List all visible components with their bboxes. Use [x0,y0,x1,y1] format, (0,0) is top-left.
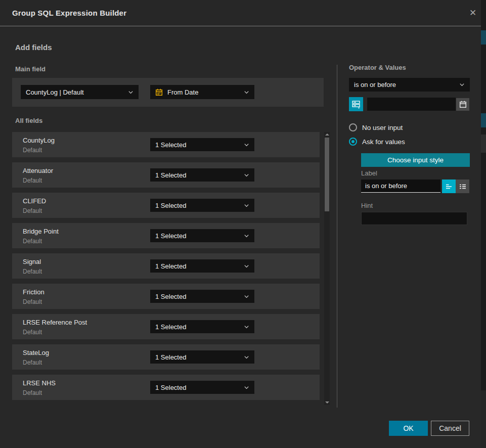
single-line-style-icon [445,183,453,191]
field-name: StateLog [23,349,49,356]
ok-button[interactable]: OK [389,421,428,436]
vertical-divider [337,65,337,408]
calendar-icon [459,101,467,108]
field-values-dropdown-value: 1 Selected [155,232,241,240]
cancel-button[interactable]: Cancel [431,421,469,436]
background-block [481,390,486,448]
field-values-dropdown-value: 1 Selected [155,384,241,391]
dialog-title: Group SQL Expression Builder [12,0,126,26]
field-row: CountyLog Default 1 Selected [12,132,320,157]
field-subtitle: Default [23,238,42,245]
operator-dropdown[interactable]: is on or before [349,78,470,92]
background-block [481,135,486,153]
hint-caption: Hint [361,202,373,209]
field-values-dropdown-value: 1 Selected [155,262,241,270]
field-values-dropdown[interactable]: 1 Selected [150,138,254,151]
field-subtitle: Default [23,359,42,366]
chevron-down-icon [128,89,134,95]
field-subtitle: Default [23,329,42,336]
field-values-dropdown[interactable]: 1 Selected [150,259,254,273]
radio-circle-checked[interactable] [349,138,357,146]
field-subtitle: Default [23,177,42,184]
field-subtitle: Default [23,268,42,275]
field-values-icon [351,100,361,109]
layer-dropdown-value: CountyLog | Default [26,88,125,96]
chevron-down-icon [244,172,249,178]
field-row: Bridge Point Default 1 Selected [12,223,320,248]
field-values-dropdown-value: 1 Selected [155,293,241,300]
chevron-down-icon [244,263,249,269]
date-value-input[interactable] [367,98,456,111]
field-row: LRSE Reference Post Default 1 Selected [12,314,320,339]
date-picker-button[interactable] [456,98,469,111]
field-values-dropdown-value: 1 Selected [155,141,241,149]
main-field-label: Main field [15,65,46,73]
field-row: Signal Default 1 Selected [12,253,320,279]
radio-ask-for-values-label: Ask for values [362,138,405,146]
field-subtitle: Default [23,207,42,214]
field-name: Attenuator [23,167,53,174]
radio-no-user-input[interactable]: No user input [349,123,403,131]
single-line-style-button[interactable] [442,180,456,193]
field-name: LRSE NHS [23,379,56,387]
field-values-dropdown[interactable]: 1 Selected [150,290,254,303]
chevron-down-icon [244,203,249,208]
field-name: Friction [23,288,45,296]
list-style-button[interactable] [456,180,469,193]
main-field-dropdown[interactable]: From Date [150,85,254,99]
radio-circle[interactable] [349,123,357,131]
label-input[interactable] [361,180,440,193]
add-fields-heading: Add fields [15,43,52,52]
main-field-dropdown-value: From Date [167,88,241,96]
field-values-dropdown[interactable]: 1 Selected [150,350,254,364]
scrollbar-thumb[interactable] [325,138,329,211]
hint-input[interactable] [361,212,467,225]
field-values-dropdown-value: 1 Selected [155,353,241,361]
field-name: Signal [23,258,41,265]
operator-values-label: Operator & Values [349,64,406,71]
layer-dropdown[interactable]: CountyLog | Default [21,85,139,99]
chevron-down-icon [244,294,249,299]
list-style-icon [459,183,467,191]
chevron-down-icon [244,324,249,330]
scroll-up-arrow[interactable] [324,132,330,137]
background-app-strip [481,0,486,448]
scroll-down-arrow[interactable] [324,400,330,405]
fields-list-scrollbar [324,132,330,405]
field-values-dropdown-value: 1 Selected [155,202,241,209]
radio-ask-for-values[interactable]: Ask for values [349,138,405,146]
field-subtitle: Default [23,298,42,305]
close-icon[interactable]: ✕ [467,7,479,19]
field-values-button[interactable] [349,97,363,111]
field-values-dropdown[interactable]: 1 Selected [150,320,254,333]
chevron-down-icon [244,354,249,360]
field-name: CountyLog [23,137,55,144]
field-row: Attenuator Default 1 Selected [12,162,320,188]
field-values-dropdown[interactable]: 1 Selected [150,168,254,182]
background-accent-block [481,113,486,127]
radio-no-user-input-label: No user input [362,124,403,131]
field-values-dropdown-value: 1 Selected [155,171,241,179]
calendar-icon [155,88,163,96]
main-field-panel: CountyLog | Default From Date [12,78,324,107]
label-caption: Label [361,169,377,177]
field-subtitle: Default [23,147,42,154]
background-accent-block [481,30,486,44]
field-row: CLIFED Default 1 Selected [12,193,320,218]
field-values-dropdown-value: 1 Selected [155,323,241,331]
field-name: CLIFED [23,197,46,205]
all-fields-list: CountyLog Default 1 Selected Attenuator … [12,132,320,405]
chevron-down-icon [244,142,249,148]
choose-input-style-button[interactable]: Choose input style [361,153,470,167]
group-sql-expression-builder-dialog: Group SQL Expression Builder ✕ Add field… [0,0,481,448]
chevron-down-icon [244,89,249,95]
operator-dropdown-value: is on or before [354,81,456,88]
chevron-down-icon [459,82,465,87]
chevron-down-icon [244,385,249,390]
all-fields-label: All fields [15,117,42,124]
field-values-dropdown[interactable]: 1 Selected [150,199,254,212]
field-values-dropdown[interactable]: 1 Selected [150,381,254,394]
field-name: Bridge Point [23,228,59,235]
dialog-titlebar: Group SQL Expression Builder ✕ [0,0,481,26]
field-values-dropdown[interactable]: 1 Selected [150,229,254,242]
